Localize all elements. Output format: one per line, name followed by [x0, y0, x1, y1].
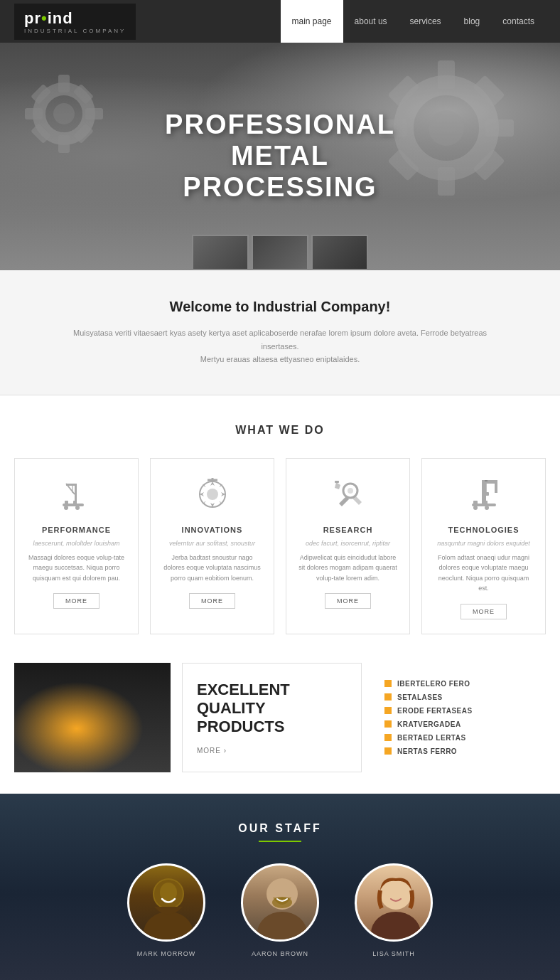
performance-subtitle: laescerunt, mololtder louisham — [26, 540, 126, 547]
logo-text: pr•ind — [24, 9, 126, 28]
welcome-heading: Welcome to Industrial Company! — [71, 299, 489, 315]
list-item: KRATVERGADEA — [384, 720, 534, 728]
list-item-label: NERTAS FERRO — [397, 747, 457, 755]
innovations-title: INNOVATIONS — [162, 526, 262, 534]
list-item-label: KRATVERGADEA — [397, 720, 461, 728]
logo[interactable]: pr•ind INDUSTRIAL COMPANY — [14, 4, 136, 40]
quality-section: EXCELLENTQUALITYPRODUCTS MORE › IBERTELE… — [14, 663, 546, 772]
list-item-label: BERTAED LERTAS — [397, 734, 466, 742]
quality-list: IBERTELERO FERO SETALASES ERODE FERTASEA… — [373, 663, 546, 772]
thumbnail-3[interactable] — [311, 235, 368, 270]
gear-icon-right — [375, 57, 517, 199]
crane-icon — [59, 476, 95, 512]
tools-icon — [330, 476, 366, 512]
staff-member-3: LISA SMITH — [355, 863, 433, 957]
service-card-research: RESEARCH odec facurt, isorcenrut, riptit… — [286, 458, 410, 634]
performance-more-button[interactable]: MORE — [53, 593, 99, 609]
research-more-button[interactable]: MORE — [325, 593, 371, 609]
svg-point-50 — [144, 912, 193, 942]
service-card-innovations: INNOVATIONS velerntur aur sofitast, snou… — [150, 458, 274, 634]
main-nav: main page about us services blog contact… — [281, 0, 546, 43]
thumbnail-2[interactable] — [252, 235, 308, 270]
research-title: RESEARCH — [298, 526, 398, 534]
bullet-icon — [384, 680, 392, 687]
svg-point-31 — [207, 489, 218, 500]
list-item: SETALASES — [384, 693, 534, 701]
quality-image — [14, 663, 171, 772]
list-item-label: ERODE FERTASEAS — [397, 707, 473, 715]
svg-point-11 — [429, 110, 464, 146]
thumbnail-1[interactable] — [192, 235, 249, 270]
staff-member-1: MARK MORROW — [127, 863, 205, 957]
svg-rect-15 — [485, 119, 514, 137]
logo-subtitle: INDUSTRIAL COMPANY — [24, 28, 126, 34]
bullet-icon — [384, 747, 392, 755]
svg-point-48 — [485, 506, 489, 510]
quality-image-bg — [14, 663, 171, 772]
innovations-subtitle: velerntur aur sofitast, snoustur — [162, 540, 262, 547]
svg-rect-4 — [25, 108, 43, 119]
technologies-more-button[interactable]: MORE — [461, 604, 507, 619]
svg-rect-46 — [483, 501, 488, 504]
svg-rect-39 — [495, 480, 497, 493]
what-we-do-title: WHAT WE DO — [14, 424, 546, 437]
svg-point-47 — [473, 506, 478, 510]
technologies-subtitle: nasquntur magni dolors exquidet — [434, 540, 534, 547]
avatar-aaron-brown — [241, 863, 319, 942]
crane2-icon — [466, 476, 502, 512]
staff-title: OUR STAFF — [14, 822, 546, 835]
avatar-mark-morrow — [127, 863, 205, 942]
staff-name-2: AARON BROWN — [241, 950, 319, 957]
innovations-desc: Jerba badtast snoustur nago dolores eoqu… — [162, 553, 262, 583]
welcome-body: Muisyatasa veriti vitaesaert kyas asety … — [71, 326, 489, 366]
svg-point-27 — [64, 506, 68, 510]
nav-contacts[interactable]: contacts — [491, 0, 546, 43]
technologies-icon — [434, 473, 534, 516]
hero-title: PROFESSIONALMETALPROCESSING — [165, 110, 395, 203]
header: pr•ind INDUSTRIAL COMPANY main page abou… — [0, 0, 560, 43]
staff-member-2: AARON BROWN — [241, 863, 319, 957]
svg-point-59 — [387, 883, 404, 902]
technologies-title: TECHNOLOGIES — [434, 526, 534, 534]
saw-icon — [195, 476, 230, 512]
svg-point-35 — [348, 488, 353, 494]
nav-services[interactable]: services — [399, 0, 453, 43]
svg-point-28 — [75, 506, 80, 510]
gear-icon-left — [21, 71, 107, 156]
quality-text-box: EXCELLENTQUALITYPRODUCTS MORE › — [182, 663, 362, 772]
svg-rect-5 — [85, 108, 103, 119]
performance-title: PERFORMANCE — [26, 526, 126, 534]
svg-rect-3 — [58, 135, 70, 153]
svg-rect-13 — [438, 167, 455, 196]
svg-point-58 — [371, 912, 421, 942]
list-item-label: IBERTELERO FERO — [397, 680, 470, 688]
svg-point-54 — [257, 912, 307, 942]
bullet-icon — [384, 693, 392, 701]
innovations-icon — [162, 473, 262, 516]
avatar-image-1 — [129, 866, 205, 942]
logo-dot: • — [41, 9, 48, 27]
list-item-label: SETALASES — [397, 693, 443, 701]
svg-rect-25 — [65, 501, 68, 504]
staff-name-1: MARK MORROW — [127, 950, 205, 957]
research-icon — [298, 473, 398, 516]
service-card-technologies: TECHNOLOGIES nasquntur magni dolors exqu… — [421, 458, 546, 634]
what-we-do-section: WHAT WE DO PERFORMANCE laescerun — [0, 395, 560, 663]
service-card-performance: PERFORMANCE laescerunt, mololtder louish… — [14, 458, 139, 634]
nav-main-page[interactable]: main page — [281, 0, 343, 43]
services-grid: PERFORMANCE laescerunt, mololtder louish… — [14, 458, 546, 634]
svg-rect-2 — [58, 75, 70, 92]
quality-more-link[interactable]: MORE › — [197, 747, 347, 755]
welcome-section: Welcome to Industrial Company! Muisyatas… — [0, 270, 560, 395]
research-subtitle: odec facurt, isorcenrut, riptitar — [298, 540, 398, 547]
bullet-icon — [384, 707, 392, 714]
nav-blog[interactable]: blog — [453, 0, 492, 43]
avatar-lisa-smith — [355, 863, 433, 942]
innovations-more-button[interactable]: MORE — [189, 593, 235, 609]
staff-section: OUR STAFF MARK MORROW — [0, 794, 560, 980]
hero-thumbnails — [192, 235, 368, 270]
nav-about[interactable]: about us — [343, 0, 399, 43]
svg-rect-36 — [335, 481, 339, 483]
avatar-image-3 — [357, 866, 433, 942]
svg-rect-43 — [483, 492, 489, 496]
